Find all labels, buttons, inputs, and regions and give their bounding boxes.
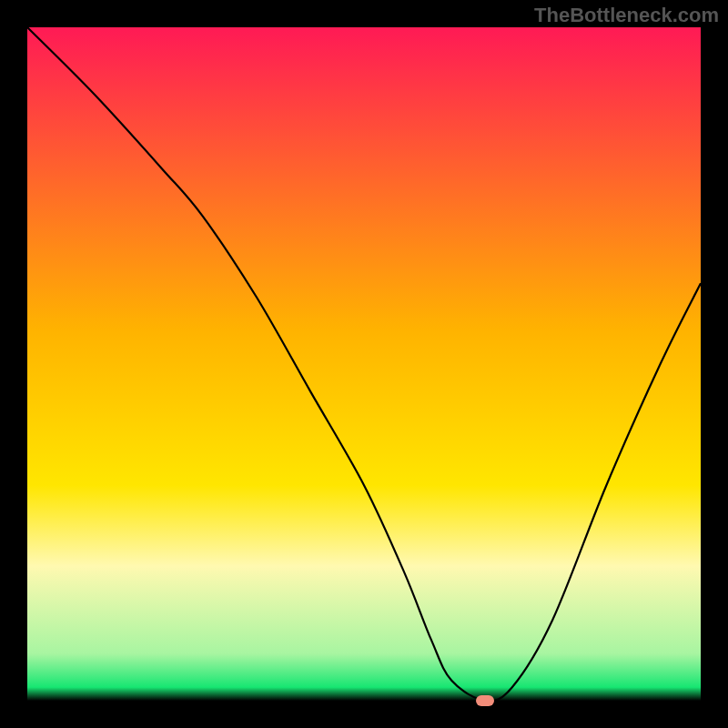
plot-area — [27, 27, 701, 701]
optimal-marker — [476, 695, 494, 706]
chart-svg — [27, 27, 701, 701]
chart-background — [27, 27, 701, 701]
chart-container: TheBottleneck.com — [0, 0, 728, 728]
watermark: TheBottleneck.com — [534, 4, 719, 27]
